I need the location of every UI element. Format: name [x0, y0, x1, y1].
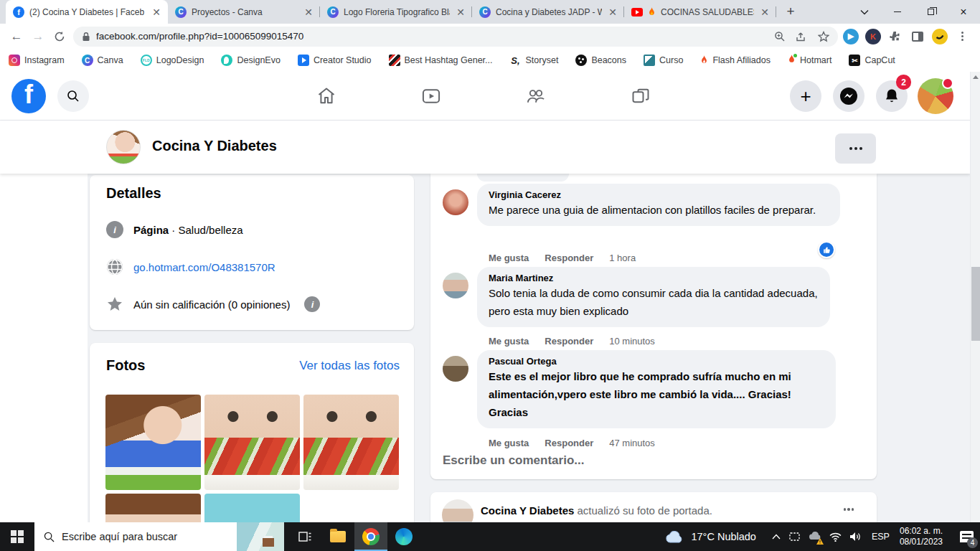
back-button[interactable]: ← — [6, 26, 27, 47]
bookmark-designevo[interactable]: DesignEvo — [221, 55, 280, 66]
bookmark-flash-afiliados[interactable]: Flash Afiliados — [700, 55, 771, 65]
like-link[interactable]: Me gusta — [489, 438, 529, 448]
nav-home-button[interactable] — [309, 80, 344, 112]
nav-watch-button[interactable] — [414, 80, 448, 112]
minimize-button[interactable] — [881, 0, 914, 24]
extension-video-icon[interactable]: ▶ — [842, 27, 860, 46]
bookmark-storyset[interactable]: S,Storyset — [510, 55, 559, 66]
tab-close-icon[interactable]: ✕ — [607, 6, 618, 18]
volume-icon[interactable] — [849, 532, 862, 542]
action-center-button[interactable]: 4 — [954, 522, 979, 551]
bookmark-hotmart[interactable]: Hotmart — [788, 55, 831, 67]
photo-thumbnail[interactable] — [105, 395, 201, 490]
scrollbar-up-arrow[interactable] — [971, 72, 980, 82]
post-author-name[interactable]: Cocina Y Diabetes — [481, 504, 574, 517]
extension-keepa-icon[interactable]: K — [864, 27, 882, 46]
file-explorer-button[interactable] — [321, 522, 354, 551]
share-icon[interactable] — [796, 31, 808, 42]
page-avatar[interactable] — [106, 130, 141, 164]
edge-taskbar-button[interactable] — [387, 522, 420, 551]
comment-composer[interactable]: Escribe un comentario... — [443, 453, 584, 468]
zoom-page-icon[interactable] — [774, 31, 786, 42]
reply-link[interactable]: Responder — [545, 336, 593, 347]
tab-canva-proyectos[interactable]: C Proyectos - Canva ✕ — [168, 0, 320, 24]
comment-timestamp[interactable]: 47 minutos — [609, 438, 655, 448]
post-more-icon[interactable] — [844, 508, 854, 511]
reply-link[interactable]: Responder — [545, 438, 593, 448]
side-panel-icon[interactable] — [908, 27, 927, 46]
page-more-button[interactable] — [835, 133, 876, 164]
bookmark-canva[interactable]: CCanva — [82, 55, 123, 66]
tab-youtube-cocinas[interactable]: COCINAS SALUDABLES pa ✕ — [624, 0, 776, 24]
forward-button[interactable]: → — [27, 26, 49, 47]
commenter-avatar[interactable] — [443, 356, 468, 382]
photo-thumbnail[interactable] — [105, 494, 201, 522]
restore-button[interactable] — [914, 0, 947, 24]
wifi-icon[interactable] — [829, 532, 842, 542]
scrollbar-thumb[interactable] — [971, 267, 980, 341]
commenter-name[interactable]: Virginia Cacerez — [489, 189, 829, 200]
reply-link[interactable]: Responder — [545, 253, 593, 263]
cast-screen-icon[interactable] — [788, 532, 801, 542]
tab-facebook[interactable]: f (2) Cocina Y Diabetes | Faceb ✕ — [6, 0, 168, 24]
tab-close-icon[interactable]: ✕ — [303, 6, 314, 18]
tab-canva-logo-floreria[interactable]: C Logo Floreria Tipografico Bla ✕ — [320, 0, 472, 24]
taskbar-search-input[interactable] — [62, 531, 216, 542]
extension-yellow-bird-icon[interactable] — [930, 27, 949, 46]
photo-thumbnail[interactable] — [204, 395, 300, 490]
browser-menu-icon[interactable] — [953, 27, 971, 46]
comment-timestamp[interactable]: 10 minutos — [609, 336, 655, 347]
new-tab-button[interactable]: + — [781, 1, 801, 22]
facebook-logo[interactable]: f — [11, 79, 46, 113]
bookmark-logodesign[interactable]: FLDLogoDesign — [141, 55, 204, 66]
photo-thumbnail[interactable] — [204, 494, 300, 522]
commenter-name[interactable]: Pascual Ortega — [489, 356, 824, 367]
bookmark-star-icon[interactable] — [818, 31, 829, 42]
bookmark-curso[interactable]: Curso — [644, 55, 683, 66]
tab-search-chevron-icon[interactable] — [848, 0, 881, 24]
nav-groups-button[interactable] — [519, 80, 553, 112]
create-button[interactable]: + — [790, 80, 821, 112]
website-link[interactable]: go.hotmart.com/O48381570R — [133, 261, 275, 273]
comment-timestamp[interactable]: 1 hora — [609, 253, 636, 263]
taskbar-search[interactable] — [34, 522, 284, 551]
search-highlight-image[interactable] — [237, 522, 284, 551]
rating-info-icon[interactable]: i — [304, 296, 320, 312]
messenger-button[interactable] — [833, 80, 864, 112]
post-author-avatar[interactable] — [442, 499, 473, 522]
language-indicator[interactable]: ESP — [872, 532, 890, 542]
onedrive-warning-icon[interactable] — [809, 530, 821, 543]
weather-widget[interactable]: 17°C Nublado — [665, 530, 755, 543]
bookmark-beacons[interactable]: Beacons — [575, 55, 626, 66]
commenter-name[interactable]: Maria Martinez — [489, 273, 819, 283]
nav-gaming-button[interactable] — [623, 80, 658, 112]
close-window-button[interactable]: × — [947, 0, 980, 24]
tab-close-icon[interactable]: ✕ — [759, 6, 771, 18]
tab-close-icon[interactable]: ✕ — [455, 6, 466, 18]
commenter-avatar[interactable] — [443, 273, 468, 298]
comment-actions: Me gusta Responder 47 minutos — [489, 438, 655, 448]
tab-close-icon[interactable]: ✕ — [151, 6, 162, 18]
chrome-taskbar-button[interactable] — [354, 522, 387, 551]
taskbar-clock[interactable]: 06:02 a. m. 08/01/2023 — [900, 526, 943, 547]
address-bar[interactable]: facebook.com/profile.php?id=100065099015… — [73, 27, 838, 47]
tray-expand-chevron-icon[interactable] — [772, 534, 781, 540]
see-all-photos-link[interactable]: Ver todas las fotos — [299, 359, 400, 373]
page-scrollbar[interactable] — [970, 72, 980, 522]
screen: f (2) Cocina Y Diabetes | Faceb ✕ C Proy… — [0, 0, 980, 551]
bookmark-creator-studio[interactable]: Creator Studio — [298, 55, 372, 66]
like-link[interactable]: Me gusta — [489, 336, 529, 347]
photo-thumbnail[interactable] — [303, 395, 399, 490]
bookmark-instagram[interactable]: Instagram — [9, 55, 65, 66]
commenter-avatar[interactable] — [443, 189, 468, 215]
like-reaction-icon[interactable] — [818, 241, 835, 258]
tab-canva-jadp[interactable]: C Cocina y Diabetes JADP - We ✕ — [472, 0, 624, 24]
facebook-search-button[interactable] — [57, 80, 89, 112]
extensions-puzzle-icon[interactable] — [886, 27, 905, 46]
bookmark-capcut[interactable]: ✂CapCut — [849, 55, 895, 66]
start-button[interactable] — [0, 522, 34, 551]
task-view-button[interactable] — [288, 522, 321, 551]
bookmark-best-hashtag[interactable]: Best Hashtag Gener... — [389, 55, 493, 66]
like-link[interactable]: Me gusta — [489, 253, 529, 263]
reload-button[interactable] — [49, 26, 70, 47]
